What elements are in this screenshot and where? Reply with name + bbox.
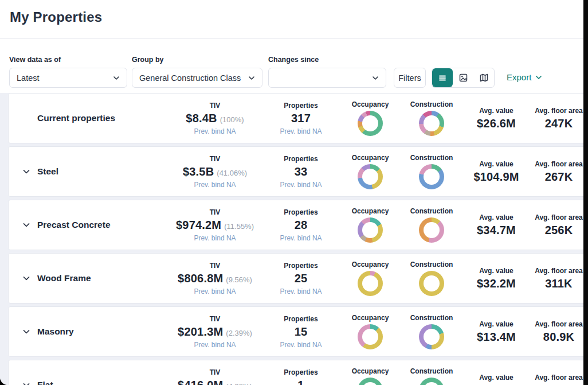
avg-value: $13.4M [477,330,516,344]
column-header-occupancy: Occupancy [340,260,401,269]
group-by-select[interactable]: General Construction Class [132,68,262,88]
expand-chevron-down-icon[interactable] [22,168,30,176]
construction-cell: Construction [401,314,462,349]
column-header-properties: Properties [262,102,340,110]
row-name-cell: Flat [9,380,168,385]
occupancy-cell: Occupancy [340,100,401,136]
occupancy-donut-chart[interactable] [358,164,383,189]
avg-floor-area-cell: Avg. floor area 247K [530,107,587,130]
tiv-value: $416.0M [178,379,223,385]
chevron-down-icon [372,75,379,81]
expand-chevron-down-icon[interactable] [22,381,30,385]
changes-since-select[interactable] [268,68,386,88]
prev-bind-label: Prev. bind NA [168,234,262,242]
column-header-occupancy: Occupancy [340,207,401,215]
construction-donut-chart[interactable] [419,378,444,385]
avg-value: $26.6M [477,117,516,130]
avg-floor-area-cell: Avg. floor area 80.9K [530,320,587,344]
properties-count: 317 [291,112,311,125]
occupancy-cell: Occupancy [340,367,401,385]
construction-donut-chart[interactable] [419,111,444,136]
tiv-cell: TIV $416.0M(4.93%) Prev. bind NA [168,368,262,385]
tiv-cell: TIV $974.2M(11.55%) Prev. bind NA [168,208,262,242]
property-row: Masonry TIV $201.3M(2.39%) Prev. bind NA… [8,306,587,357]
occupancy-donut-chart[interactable] [358,271,383,296]
prev-bind-label: Prev. bind NA [262,127,340,135]
row-name: Steel [37,166,58,177]
prev-bind-label: Prev. bind NA [262,234,340,242]
column-header-avg-value: Avg. value [462,160,530,168]
chevron-down-icon [535,74,542,81]
expand-chevron-down-icon[interactable] [22,274,30,282]
properties-count: 25 [295,272,308,285]
construction-donut-chart[interactable] [419,217,444,243]
column-header-occupancy: Occupancy [340,367,401,375]
tiv-cell: TIV $8.4B(100%) Prev. bind NA [168,102,262,135]
occupancy-donut-chart[interactable] [358,378,383,385]
tiv-percent: (100%) [220,115,244,124]
map-icon [479,73,489,83]
filters-button[interactable]: Filters [394,68,426,88]
column-header-properties: Properties [262,368,340,376]
map-view-button[interactable] [473,68,494,87]
column-header-tiv: TIV [168,155,262,163]
column-header-avg-floor-area: Avg. floor area [530,160,587,168]
construction-donut-chart[interactable] [419,164,444,189]
property-row: Precast Concrete TIV $974.2M(11.55%) Pre… [8,200,587,250]
tiv-cell: TIV $3.5B(41.06%) Prev. bind NA [168,155,262,189]
list-view-button[interactable] [432,68,453,87]
column-header-avg-floor-area: Avg. floor area [530,320,587,328]
avg-value-cell: Avg. value $104.9M [462,160,530,184]
group-by-label: Group by [132,56,164,64]
row-name: Precast Concrete [37,220,111,230]
avg-floor-area: 311K [545,277,573,290]
tiv-percent: (2.39%) [226,329,252,337]
view-data-as-of-select[interactable]: Latest [9,68,127,88]
column-header-properties: Properties [262,155,340,163]
occupancy-donut-chart[interactable] [358,111,383,136]
avg-floor-area: 267K [545,170,573,184]
column-header-construction: Construction [401,260,462,269]
column-header-occupancy: Occupancy [340,314,401,322]
column-header-construction: Construction [401,154,462,162]
properties-cell: Properties 1 Prev. bind NA [262,368,340,385]
occupancy-cell: Occupancy [340,260,401,296]
tiv-percent: (4.93%) [226,382,252,385]
occupancy-donut-chart[interactable] [358,324,383,349]
group-by-value: General Construction Class [139,73,248,83]
tiv-percent: (9.56%) [226,275,252,284]
row-name: Current properties [37,113,115,123]
row-name-cell: Precast Concrete [9,220,168,230]
my-properties-page: My Properties View data as of Group by C… [0,0,588,385]
row-name-cell: Masonry [9,326,168,337]
occupancy-cell: Occupancy [340,207,401,243]
tiv-value: $806.8M [178,272,223,285]
avg-value: $34.7M [477,224,516,237]
avg-floor-area: 247K [545,117,573,130]
avg-floor-area: 256K [545,224,573,237]
occupancy-donut-chart[interactable] [358,217,383,243]
export-button[interactable]: Export [507,72,542,82]
column-header-occupancy: Occupancy [340,100,401,108]
column-header-avg-value: Avg. value [462,107,530,115]
prev-bind-label: Prev. bind NA [262,341,340,349]
window-edge [583,0,588,385]
column-header-tiv: TIV [168,208,262,216]
column-header-properties: Properties [262,262,340,270]
avg-value-cell: Avg. value $34.7M [462,213,530,237]
construction-donut-chart[interactable] [419,324,444,349]
column-header-avg-value: Avg. value [462,320,530,328]
page-header: My Properties [0,0,588,39]
prev-bind-label: Prev. bind NA [168,341,262,349]
column-header-construction: Construction [401,207,462,215]
gallery-view-button[interactable] [453,68,473,87]
avg-floor-area-cell: Avg. floor area 267K [530,160,587,184]
avg-value-cell: Avg. value $13.4M [462,320,530,344]
expand-chevron-down-icon[interactable] [22,328,30,336]
tiv-cell: TIV $201.3M(2.39%) Prev. bind NA [168,315,262,349]
prev-bind-label: Prev. bind NA [262,287,340,295]
construction-donut-chart[interactable] [419,271,444,296]
expand-chevron-down-icon[interactable] [22,221,30,229]
column-header-avg-floor-area: Avg. floor area [530,267,587,275]
properties-count: 28 [295,219,308,232]
